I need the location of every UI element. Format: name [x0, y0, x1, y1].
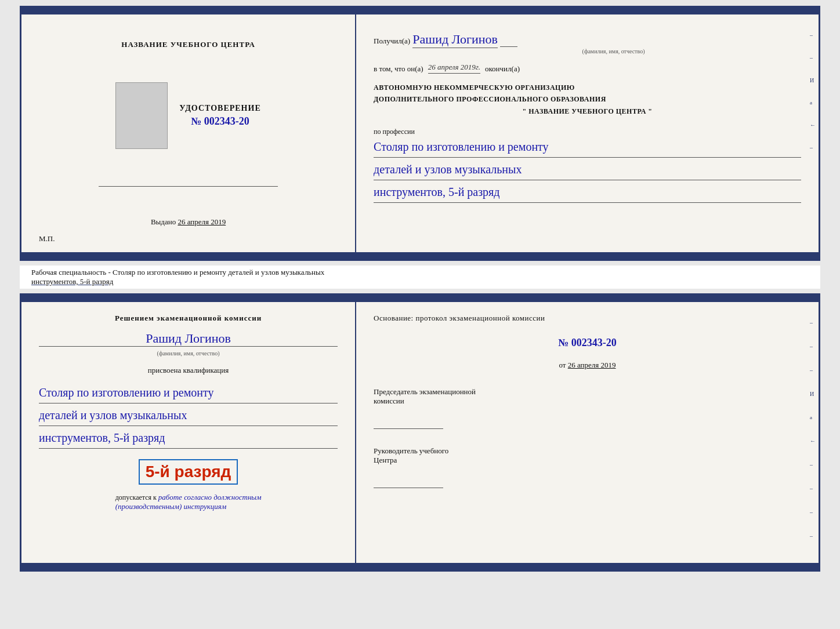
org-block: АВТОНОМНУЮ НЕКОММЕРЧЕСКУЮ ОРГАНИЗАЦИЮ ДО… [374, 82, 801, 117]
confirm-row: в том, что он(а) 26 апреля 2019г. окончи… [374, 63, 801, 74]
prof-line3: инструментов, 5-й разряд [374, 181, 801, 203]
chairman-title: Председатель экзаменационной комиссии [374, 387, 801, 406]
top-document-card: НАЗВАНИЕ УЧЕБНОГО ЦЕНТРА УДОСТОВЕРЕНИЕ №… [20, 6, 820, 261]
person-name-top: Рашид Логинов [412, 32, 498, 48]
bottom-bottom-border [21, 563, 819, 570]
director-signature-line [374, 477, 443, 488]
prof-line1: Столяр по изготовлению и ремонту [374, 136, 801, 158]
bottom-card-left: Решением экаменационной комиссии Рашид Л… [21, 302, 356, 563]
admitted-label: допускается к [115, 493, 157, 501]
admitted-text: работе согласно должностным [158, 493, 262, 501]
bottom-person-name: Рашид Логинов [39, 331, 338, 347]
right-deco: – – И а ← – [810, 32, 816, 151]
rank-big-label: 5-й разряд [146, 463, 231, 481]
received-label: Получил(а) [374, 37, 410, 45]
specialty-text2: инструментов, 5-й разряд [31, 277, 113, 286]
qualification-label: присвоена квалификация [148, 366, 229, 375]
org-line1: АВТОНОМНУЮ НЕКОММЕРЧЕСКУЮ ОРГАНИЗАЦИЮ [374, 82, 801, 93]
qual-line1: Столяр по изготовлению и ремонту [39, 382, 338, 403]
doc-number-section: УДОСТОВЕРЕНИЕ № 002343-20 [179, 104, 260, 128]
bottom-qual-text: Столяр по изготовлению и ремонту деталей… [39, 382, 338, 450]
doc-number-value: № 002343-20 [179, 115, 260, 128]
top-card-left: НАЗВАНИЕ УЧЕБНОГО ЦЕНТРА УДОСТОВЕРЕНИЕ №… [21, 14, 356, 252]
specialty-text: Рабочая специальность - Столяр по изгото… [31, 268, 324, 277]
admitted-text2: (производственным) инструкциям [115, 502, 227, 511]
chairman-signature-line [374, 417, 443, 429]
org-line2: ДОПОЛНИТЕЛЬНОГО ПРОФЕССИОНАЛЬНОГО ОБРАЗО… [374, 93, 801, 105]
director-block: Руководитель учебного Центра [374, 446, 801, 488]
issued-label: Выдано [151, 217, 176, 226]
prof-line2: деталей и узлов музыкальных [374, 159, 801, 180]
top-card-right: Получил(а) Рашид Логинов (фамилия, имя, … [356, 14, 819, 252]
org-name-row: " НАЗВАНИЕ УЧЕБНОГО ЦЕНТРА " [374, 106, 801, 117]
qual-line2: деталей и узлов музыкальных [39, 405, 338, 426]
rank-highlight-box: 5-й разряд [139, 459, 238, 485]
school-title-top: НАЗВАНИЕ УЧЕБНОГО ЦЕНТРА [121, 40, 255, 49]
basis-label: Основание: протокол экзаменационной коми… [374, 314, 801, 323]
decision-header: Решением экаменационной комиссии [115, 314, 262, 323]
doc-type-label: УДОСТОВЕРЕНИЕ [179, 104, 260, 113]
bottom-right-deco: – – – И а ← – – – – [810, 319, 816, 539]
bottom-card-right: Основание: протокол экзаменационной коми… [356, 302, 819, 563]
protocol-date-prefix: от [559, 361, 566, 369]
org-name: НАЗВАНИЕ УЧЕБНОГО ЦЕНТРА [528, 107, 646, 115]
profession-label: по профессии [374, 128, 801, 136]
bottom-person-block: Рашид Логинов (фамилия, имя, отчество) [39, 328, 338, 357]
profession-section: по профессии Столяр по изготовлению и ре… [374, 125, 801, 204]
profession-text: Столяр по изготовлению и ремонту деталей… [374, 136, 801, 203]
director-title: Руководитель учебного Центра [374, 446, 801, 465]
protocol-date-value: 26 апреля 2019 [568, 361, 616, 369]
received-row: Получил(а) Рашид Логинов (фамилия, имя, … [374, 32, 801, 54]
date-handwritten: 26 апреля 2019г. [428, 63, 480, 74]
bottom-top-border [21, 295, 819, 302]
protocol-date-row: от 26 апреля 2019 [374, 361, 801, 370]
confirm-label: в том, что он(а) [374, 64, 423, 74]
finished-label: окончил(а) [485, 64, 520, 74]
specialty-bar: Рабочая специальность - Столяр по изгото… [20, 266, 820, 289]
issued-date: 26 апреля 2019 [178, 217, 226, 226]
org-quote-close: " [648, 107, 652, 115]
chairman-block: Председатель экзаменационной комиссии [374, 387, 801, 429]
bottom-border-top [21, 252, 819, 259]
bottom-fio-subtitle: (фамилия, имя, отчество) [39, 350, 338, 357]
org-quote-open: " [523, 107, 527, 115]
photo-placeholder [115, 82, 168, 149]
bottom-document-card: Решением экаменационной комиссии Рашид Л… [20, 293, 820, 572]
mp-label: М.П. [39, 234, 55, 243]
protocol-number: № 002343-20 [374, 337, 801, 349]
qual-line3: инструментов, 5-й разряд [39, 427, 338, 449]
top-border [21, 8, 819, 14]
fio-subtitle-top: (фамилия, имя, отчество) [426, 48, 801, 54]
issued-section: Выдано 26 апреля 2019 [151, 217, 226, 227]
admitted-block: допускается к работе согласно должностны… [115, 493, 262, 511]
